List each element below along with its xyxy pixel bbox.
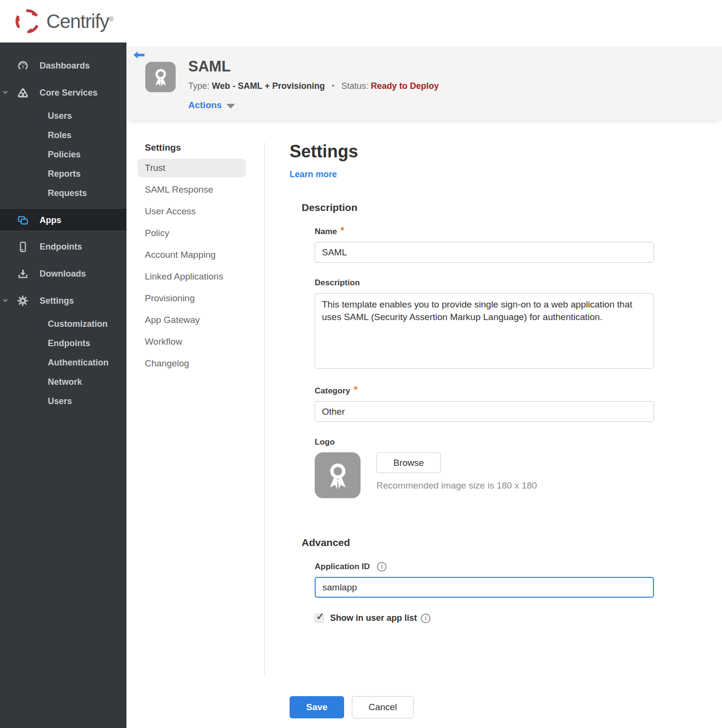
sidebar-item-settings-endpoints[interactable]: Endpoints <box>0 334 126 353</box>
sidebar-item-policies[interactable]: Policies <box>0 145 126 164</box>
check-icon: ✓ <box>316 611 324 622</box>
actions-dropdown[interactable]: Actions <box>188 100 235 111</box>
sidebar-item-network[interactable]: Network <box>0 372 126 392</box>
download-icon <box>16 268 29 280</box>
subnav-item-policy[interactable]: Policy <box>138 224 246 242</box>
registered-mark: ® <box>109 15 113 22</box>
subnav-heading: Settings <box>138 142 264 153</box>
sidebar-item-label: Settings <box>40 296 74 306</box>
required-marker: * <box>354 386 358 393</box>
subnav-item-provisioning[interactable]: Provisioning <box>138 289 246 308</box>
subnav-item-workflow[interactable]: Workflow <box>138 333 246 351</box>
content-area: SAML Type: Web - SAML + Provisioning • S… <box>126 42 722 728</box>
gear-icon <box>16 294 29 307</box>
category-input[interactable] <box>315 401 654 422</box>
sidebar-item-customization[interactable]: Customization <box>0 314 126 334</box>
chevron-down-icon[interactable] <box>2 88 9 98</box>
award-ribbon-icon <box>150 67 171 88</box>
subnav-item-saml-response[interactable]: SAML Response <box>138 181 246 199</box>
meta-bullet: • <box>332 81 334 91</box>
settings-subnav: Settings Trust SAML Response User Access… <box>126 142 265 676</box>
page-title: Settings <box>290 141 722 162</box>
sidebar-item-settings[interactable]: Settings <box>0 287 126 314</box>
subnav-item-trust[interactable]: Trust <box>138 159 246 177</box>
sidebar-item-apps[interactable]: Apps <box>0 209 126 231</box>
centrify-logo-icon <box>14 8 41 34</box>
sidebar-item-label: Endpoints <box>40 242 82 252</box>
sidebar-item-label: Dashboards <box>40 61 90 71</box>
subnav-item-changelog[interactable]: Changelog <box>138 354 246 373</box>
learn-more-link[interactable]: Learn more <box>290 169 337 180</box>
subnav-item-user-access[interactable]: User Access <box>138 202 246 221</box>
sidebar-item-roles[interactable]: Roles <box>0 126 126 145</box>
sidebar-item-reports[interactable]: Reports <box>0 164 126 183</box>
apps-icon <box>16 214 29 226</box>
app-header: SAML Type: Web - SAML + Provisioning • S… <box>126 46 722 121</box>
logo-label: Logo <box>315 437 335 447</box>
sidebar-item-downloads[interactable]: Downloads <box>0 260 126 287</box>
info-icon[interactable]: i <box>377 562 387 572</box>
sidebar-item-label: Apps <box>40 215 61 225</box>
sidebar-item-requests[interactable]: Requests <box>0 183 126 203</box>
app-meta: Type: Web - SAML + Provisioning • Status… <box>188 81 439 91</box>
endpoints-phone-icon <box>16 241 29 253</box>
caret-down-icon <box>226 104 235 109</box>
sidebar-item-label: Core Services <box>40 88 97 98</box>
category-label: Category <box>315 386 350 396</box>
name-input[interactable] <box>315 242 654 263</box>
status-label: Status: <box>341 81 368 91</box>
save-button[interactable]: Save <box>290 696 344 718</box>
application-id-input[interactable] <box>315 577 654 598</box>
name-label: Name <box>315 227 337 237</box>
sidebar-item-endpoints[interactable]: Endpoints <box>0 233 126 260</box>
actions-label: Actions <box>188 100 222 111</box>
sidebar-item-dashboards[interactable]: Dashboards <box>0 52 126 79</box>
sidebar-item-core-services[interactable]: Core Services <box>0 79 126 106</box>
brand-name: Centrify® <box>46 11 113 32</box>
core-services-icon <box>16 87 29 99</box>
sidebar-item-settings-users[interactable]: Users <box>0 392 126 411</box>
top-bar: Centrify® <box>0 0 722 42</box>
dashboard-gauge-icon <box>16 60 29 72</box>
sidebar: Dashboards Core Services Users Roles Pol… <box>0 42 126 728</box>
show-in-user-app-list-label: Show in user app list <box>330 613 417 623</box>
description-textarea[interactable]: This template enables you to provide sin… <box>315 293 654 369</box>
type-label: Type: <box>188 81 209 91</box>
award-ribbon-icon <box>322 460 353 491</box>
brand: Centrify® <box>14 8 113 34</box>
app-logo <box>145 62 176 92</box>
type-value: Web - SAML + Provisioning <box>212 81 325 91</box>
info-icon[interactable]: i <box>421 614 430 623</box>
show-in-user-app-list-checkbox[interactable]: ✓ <box>315 614 324 623</box>
cancel-button[interactable]: Cancel <box>352 696 414 718</box>
logo-size-hint: Recommended image size is 180 x 180 <box>376 480 537 491</box>
description-label: Description <box>315 278 360 288</box>
sidebar-item-authentication[interactable]: Authentication <box>0 353 126 372</box>
sidebar-item-users[interactable]: Users <box>0 106 126 126</box>
application-id-label: Application ID <box>315 562 370 572</box>
subnav-item-app-gateway[interactable]: App Gateway <box>138 311 246 329</box>
subnav-item-account-mapping[interactable]: Account Mapping <box>138 246 246 264</box>
app-title: SAML <box>188 58 231 75</box>
settings-form: Settings Learn more Description Name * D… <box>265 141 722 718</box>
logo-preview <box>315 452 361 498</box>
required-marker: * <box>340 227 344 234</box>
sidebar-item-label: Downloads <box>40 269 86 279</box>
status-value: Ready to Deploy <box>371 81 439 91</box>
browse-button[interactable]: Browse <box>376 452 441 473</box>
chevron-down-icon[interactable] <box>2 296 9 306</box>
advanced-section-heading: Advanced <box>302 537 722 548</box>
back-arrow-icon[interactable] <box>133 50 145 61</box>
subnav-item-linked-applications[interactable]: Linked Applications <box>138 267 246 286</box>
description-section-heading: Description <box>302 202 722 213</box>
